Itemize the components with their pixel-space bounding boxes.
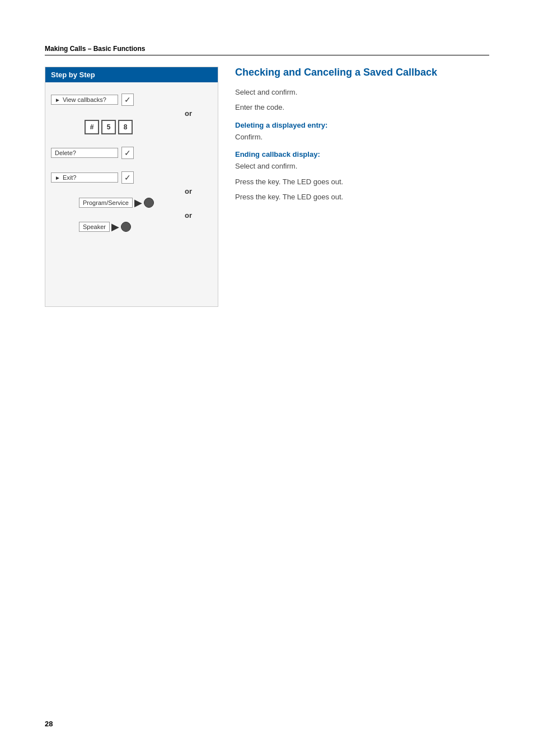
text-confirm: Confirm. <box>235 133 263 141</box>
speaker-key[interactable]: Speaker <box>79 222 110 232</box>
content-press-key-2: Press the key. The LED goes out. <box>235 192 489 203</box>
content-deleting-title: Deleting a displayed entry: <box>235 121 489 129</box>
digit-5: 5 <box>101 120 116 134</box>
digit-boxes: # 5 8 <box>85 120 133 134</box>
step-row-delete: Delete? ✓ <box>51 147 212 159</box>
left-column: Step by Step ► View callbacks? ✓ or <box>45 67 218 307</box>
content-enter-code: Enter the code. <box>235 102 489 113</box>
exit-menu[interactable]: ► Exit? <box>51 172 118 183</box>
led-circle-program <box>144 198 154 208</box>
delete-label: Delete? <box>55 150 76 156</box>
or-label-2: or <box>51 187 212 195</box>
content-confirm: Confirm. <box>235 132 489 143</box>
text-select-confirm-1: Select and confirm. <box>235 88 297 96</box>
view-callbacks-menu[interactable]: ► View callbacks? <box>51 95 118 105</box>
step-row-speaker: Speaker ▶ <box>79 222 212 232</box>
step-row-exit: ► Exit? ✓ <box>51 171 212 184</box>
main-title: Checking and Canceling a Saved Callback <box>235 67 489 79</box>
menu-arrow-icon: ► <box>55 97 60 103</box>
content-press-key-1: Press the key. The LED goes out. <box>235 176 489 188</box>
content-ending-title: Ending callback display: <box>235 150 489 158</box>
led-arrow-program-icon: ▶ <box>134 198 142 208</box>
step-row-program-service: Program/Service ▶ <box>79 198 212 208</box>
delete-menu[interactable]: Delete? <box>51 148 118 158</box>
page-number: 28 <box>45 720 53 728</box>
text-enter-code: Enter the code. <box>235 103 284 111</box>
view-callbacks-label: View callbacks? <box>63 96 106 103</box>
program-service-key[interactable]: Program/Service <box>79 198 133 208</box>
step-row-digits: # 5 8 <box>85 120 212 134</box>
or-label-3: or <box>51 211 212 220</box>
led-circle-speaker <box>121 222 131 232</box>
check-button-delete[interactable]: ✓ <box>121 147 134 159</box>
section-header: Making Calls – Basic Functions <box>45 45 489 55</box>
content-select-confirm-1: Select and confirm. <box>235 87 489 98</box>
step-by-step-header: Step by Step <box>45 67 218 82</box>
digit-hash: # <box>85 120 99 134</box>
step-by-step-box: Step by Step ► View callbacks? ✓ or <box>45 67 218 307</box>
check-button-view-callbacks[interactable]: ✓ <box>121 94 134 106</box>
step-row-view-callbacks: ► View callbacks? ✓ <box>51 94 212 106</box>
right-column: Checking and Canceling a Saved Callback … <box>218 67 489 307</box>
check-button-exit[interactable]: ✓ <box>121 171 134 184</box>
menu-arrow-exit-icon: ► <box>55 175 60 181</box>
key-with-led-speaker: Speaker ▶ <box>79 222 131 232</box>
step-by-step-body: ► View callbacks? ✓ or # 5 <box>45 82 218 306</box>
led-arrow-speaker-icon: ▶ <box>111 222 119 232</box>
text-press-key-1: Press the key. The LED goes out. <box>235 178 343 186</box>
content-select-confirm-2: Select and confirm. <box>235 161 489 172</box>
or-label-1: or <box>51 109 212 118</box>
subtitle-ending: Ending callback display: <box>235 150 320 158</box>
key-with-led-program: Program/Service ▶ <box>79 198 154 208</box>
subtitle-deleting: Deleting a displayed entry: <box>235 121 327 129</box>
text-press-key-2: Press the key. The LED goes out. <box>235 193 343 201</box>
digit-8: 8 <box>118 120 133 134</box>
two-col-layout: Step by Step ► View callbacks? ✓ or <box>45 67 489 307</box>
exit-label: Exit? <box>63 174 76 181</box>
page-container: Making Calls – Basic Functions Step by S… <box>0 0 534 340</box>
text-select-confirm-2: Select and confirm. <box>235 162 297 170</box>
